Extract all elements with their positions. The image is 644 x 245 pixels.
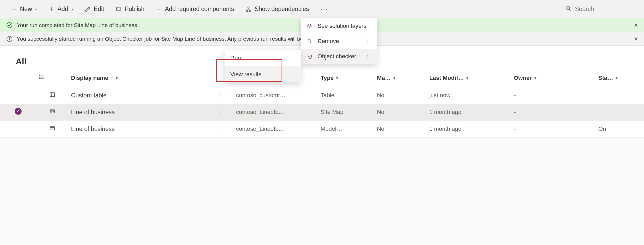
row-modified: just now xyxy=(429,92,450,98)
add-required-button[interactable]: Add required components xyxy=(150,0,240,18)
row-owner: - xyxy=(514,92,516,98)
row-name: contoso_Lineofb… xyxy=(236,109,284,115)
column-status-header[interactable]: Sta…▾ xyxy=(596,69,644,87)
edit-button[interactable]: Edit xyxy=(79,0,110,18)
more-commands-button[interactable]: ··· xyxy=(315,0,334,18)
svg-point-17 xyxy=(311,55,312,56)
row-managed: No xyxy=(377,126,384,132)
column-owner-header[interactable]: Owner▾ xyxy=(511,69,596,87)
menu-item-label: View results xyxy=(230,71,261,78)
add-label: Add xyxy=(58,6,68,13)
column-label: Display name xyxy=(71,75,108,81)
svg-rect-4 xyxy=(116,7,121,11)
row-owner: - xyxy=(514,109,516,115)
publish-button[interactable]: Publish xyxy=(110,0,150,18)
new-button[interactable]: New ▾ xyxy=(5,0,43,18)
plus-icon xyxy=(49,6,54,12)
svg-rect-24 xyxy=(50,93,55,97)
svg-point-15 xyxy=(9,37,10,38)
svg-line-11 xyxy=(569,9,571,11)
run-item[interactable]: Run xyxy=(225,50,301,66)
publish-label: Publish xyxy=(125,6,144,13)
chevron-down-icon: ▾ xyxy=(71,7,73,11)
row-displayname: Line of business xyxy=(71,109,115,116)
show-dependencies-label: Show dependencies xyxy=(255,6,309,13)
command-bar: New ▾ Add ▾ Edit Publish Add required co… xyxy=(0,0,644,18)
table-row[interactable]: Line of business ⋮ contoso_Lineofb… Mode… xyxy=(0,121,644,137)
row-more-button[interactable]: ⋮ xyxy=(214,90,226,100)
close-icon[interactable]: ✕ xyxy=(634,36,638,42)
row-more-button[interactable]: ⋮ xyxy=(214,107,226,117)
plus-icon xyxy=(11,6,17,12)
chevron-down-icon: ▾ xyxy=(336,76,338,80)
chevron-right-icon: 〉 xyxy=(366,53,371,60)
object-checker-item[interactable]: Object checker 〉 xyxy=(301,49,377,64)
chevron-down-icon: ▾ xyxy=(116,76,118,80)
row-owner: - xyxy=(514,126,516,132)
row-managed: No xyxy=(377,92,384,98)
components-table: Display name ↑ ▾ Name▾ Type▾ Ma…▾ Last M… xyxy=(0,69,644,138)
row-type-icon xyxy=(49,108,55,114)
column-displayname-header[interactable]: Display name ↑ ▾ xyxy=(69,69,233,87)
more-menu-popover: See solution layers Remove 〉 Object chec… xyxy=(301,18,377,64)
svg-rect-34 xyxy=(51,128,52,129)
add-required-label: Add required components xyxy=(165,6,234,13)
sort-ascending-icon: ↑ xyxy=(111,75,113,81)
show-dependencies-button[interactable]: Show dependencies xyxy=(240,0,315,18)
row-type-icon xyxy=(49,92,55,97)
add-button[interactable]: Add ▾ xyxy=(43,0,79,18)
table-row[interactable]: Custom table ⋮ contoso_customt… Table No… xyxy=(0,87,644,104)
table-row[interactable]: Line of business ⋮ contoso_Lineofb… Site… xyxy=(0,104,644,121)
notification-success-text: Your run completed for Site Map Line of … xyxy=(17,22,137,28)
chevron-down-icon: ▾ xyxy=(35,7,37,11)
column-label: Last Modif… xyxy=(429,75,464,81)
svg-rect-8 xyxy=(246,10,248,12)
row-modified: 1 month ago xyxy=(429,126,461,132)
column-managed-header[interactable]: Ma…▾ xyxy=(374,69,427,87)
search-icon xyxy=(565,6,571,13)
menu-item-label: Object checker xyxy=(318,53,356,60)
svg-marker-16 xyxy=(307,24,312,26)
stethoscope-icon xyxy=(307,54,313,59)
object-checker-submenu: Run View results xyxy=(225,50,301,82)
edit-label: Edit xyxy=(94,6,104,13)
view-results-item[interactable]: View results xyxy=(225,66,301,82)
row-type: Site Map xyxy=(321,109,344,115)
layers-icon xyxy=(307,23,313,29)
pencil-icon xyxy=(85,6,91,12)
list-icon xyxy=(39,74,45,80)
new-label: New xyxy=(20,6,32,13)
column-label: Sta… xyxy=(598,75,613,81)
svg-rect-7 xyxy=(248,7,250,8)
row-checkbox[interactable] xyxy=(15,108,22,115)
svg-point-23 xyxy=(39,78,40,79)
chevron-down-icon: ▾ xyxy=(466,76,468,80)
row-name: contoso_Lineofb… xyxy=(236,126,284,132)
chevron-right-icon: 〉 xyxy=(366,38,371,44)
remove-item[interactable]: Remove 〉 xyxy=(301,34,377,49)
column-type-header[interactable]: Type▾ xyxy=(318,69,375,87)
svg-point-22 xyxy=(39,77,40,77)
hierarchy-icon xyxy=(246,6,251,12)
column-icon-header[interactable] xyxy=(36,69,69,87)
column-modified-header[interactable]: Last Modif…▾ xyxy=(427,69,511,87)
chevron-down-icon: ▾ xyxy=(534,76,536,80)
row-name: contoso_customt… xyxy=(236,92,285,98)
row-displayname: Custom table xyxy=(71,92,107,99)
search-box[interactable] xyxy=(560,0,639,18)
close-icon[interactable]: ✕ xyxy=(634,22,638,28)
see-solution-layers-item[interactable]: See solution layers xyxy=(301,18,377,34)
column-label: Type xyxy=(321,75,334,81)
search-input[interactable] xyxy=(575,6,631,13)
check-circle-icon xyxy=(6,22,13,28)
menu-item-label: Run xyxy=(230,55,241,61)
svg-point-21 xyxy=(39,75,40,76)
row-managed: No xyxy=(377,109,384,115)
svg-rect-9 xyxy=(250,10,251,12)
row-modified: 1 month ago xyxy=(429,109,461,115)
row-type: Table xyxy=(321,92,335,98)
row-more-button[interactable]: ⋮ xyxy=(214,124,226,134)
trash-icon xyxy=(307,38,313,44)
chevron-down-icon: ▾ xyxy=(616,76,617,80)
svg-rect-29 xyxy=(51,110,52,112)
